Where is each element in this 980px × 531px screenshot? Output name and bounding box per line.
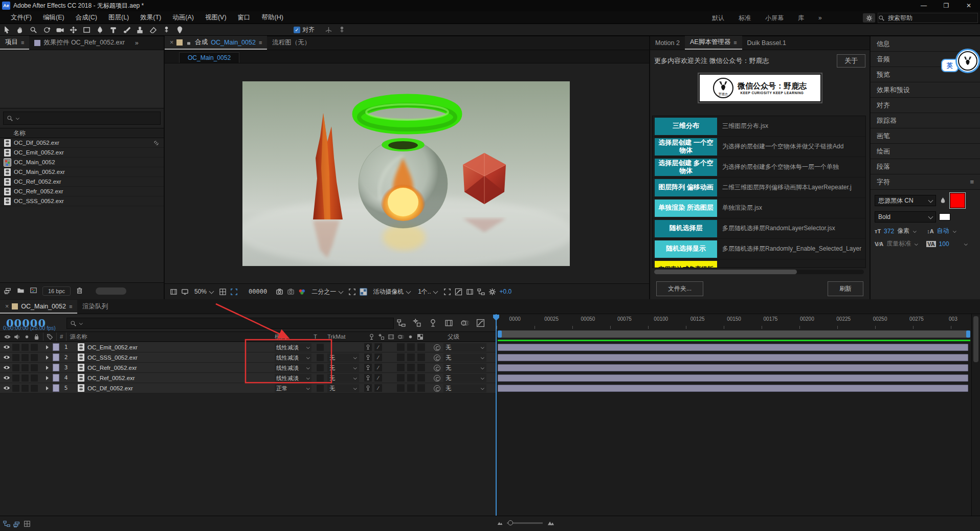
layer-label-chip[interactable] <box>53 374 59 382</box>
layer-source-name[interactable]: OC_Emit_0052.exr <box>87 344 138 350</box>
timeline-button-icon[interactable] <box>466 288 474 296</box>
axis-mode-icon[interactable] <box>322 25 335 35</box>
panel-menu-icon[interactable]: ≡ <box>69 303 72 309</box>
parent-pickwhip-icon[interactable] <box>434 365 440 371</box>
snapshot-icon[interactable] <box>276 288 283 296</box>
quality-switch[interactable] <box>364 353 372 361</box>
layer-row[interactable]: 4 OC_Ref_0052.exr 线性减淡 无 ∕ <box>0 373 496 383</box>
layer-duration-bar[interactable] <box>498 344 968 351</box>
script-run-button[interactable]: 随机选择层 <box>655 220 717 237</box>
tool-icon[interactable] <box>80 25 93 35</box>
work-area-start-handle[interactable] <box>498 330 502 338</box>
composition-canvas[interactable] <box>242 81 570 266</box>
transparency-grid-icon[interactable] <box>360 288 367 296</box>
audio-cell[interactable] <box>12 354 19 361</box>
tool-icon[interactable] <box>27 25 40 35</box>
expand-arrow-icon[interactable] <box>46 345 49 349</box>
timeline-vertical-scrollbar[interactable] <box>971 314 980 516</box>
script-run-button[interactable]: 单独渲染 所选图层 <box>655 200 717 217</box>
solo-cell[interactable] <box>21 364 29 371</box>
script-run-button[interactable]: 实用表达式集高级版 <box>655 261 717 269</box>
preserve-transparency-cell[interactable] <box>317 374 324 382</box>
motion-blur-icon[interactable] <box>460 319 469 327</box>
script-run-button[interactable]: 随机选择显示 <box>655 240 717 258</box>
preserve-transparency-cell[interactable] <box>317 354 324 361</box>
motion-blur-switch[interactable] <box>407 364 415 371</box>
lock-cell[interactable] <box>31 344 38 351</box>
parent-dropdown[interactable]: 无 <box>443 364 486 372</box>
viewer-subtab[interactable]: OC_Main_0052 <box>179 52 239 63</box>
script-run-button[interactable]: 选择层创建 多个空物体 <box>655 159 717 176</box>
font-size-value[interactable]: 372 <box>884 228 894 235</box>
resolution-dropdown[interactable]: 二分之一 <box>309 286 345 297</box>
transform-pane-icon[interactable] <box>24 520 31 527</box>
motion-blur-switch[interactable] <box>407 353 415 361</box>
project-item-row[interactable]: OC_Main_0052.exr <box>0 167 164 177</box>
eyedropper-icon[interactable] <box>939 197 947 205</box>
panel-menu-icon[interactable]: ≡ <box>259 39 262 46</box>
audio-cell[interactable] <box>12 385 19 392</box>
layer-row[interactable]: 5 OC_Dif_0052.exr 正常 无 ∕ <box>0 383 496 393</box>
close-button[interactable]: ✕ <box>957 0 980 11</box>
workspace-gear-icon[interactable] <box>863 13 875 23</box>
menu-item[interactable]: 合成(C) <box>70 13 103 22</box>
frame-blend-switch[interactable] <box>397 364 405 371</box>
layer-source-name[interactable]: OC_Refr_0052.exr <box>87 365 137 371</box>
folder-button[interactable]: 文件夹... <box>656 281 703 296</box>
font-family-dropdown[interactable]: 思源黑体 CN <box>875 195 936 206</box>
timeline-search-box[interactable] <box>66 318 394 329</box>
frame-blend-switch[interactable] <box>397 374 405 382</box>
search-options-chevron[interactable] <box>16 117 19 120</box>
threed-switch[interactable] <box>417 343 425 351</box>
zoom-slider-knob[interactable] <box>508 520 513 525</box>
parent-dropdown[interactable]: 无 <box>443 374 486 382</box>
blend-mode-dropdown[interactable]: 线性减淡 <box>275 374 311 382</box>
zoom-slider[interactable] <box>507 522 543 524</box>
timeline-track-area[interactable]: 0000000250005000075001000012500150001750… <box>496 314 980 516</box>
preserve-transparency-cell[interactable] <box>317 344 324 351</box>
layer-visibility-icon[interactable] <box>3 365 10 370</box>
view-layout-dropdown[interactable]: 1个.. <box>416 286 439 297</box>
motion-blur-switch[interactable] <box>407 374 415 382</box>
tab-motion2[interactable]: Motion 2 <box>650 36 685 50</box>
mode-column[interactable]: 模式 <box>275 333 286 341</box>
parent-column[interactable]: 父级 <box>448 333 459 341</box>
threed-switch[interactable] <box>417 353 425 361</box>
trkmat-dropdown[interactable]: 无 <box>327 364 359 372</box>
menu-item[interactable]: 效果(T) <box>135 13 167 22</box>
frame-blend-icon[interactable] <box>444 319 453 327</box>
source-name-column[interactable]: 源名称 <box>70 333 87 341</box>
tool-icon[interactable] <box>53 25 66 35</box>
pixel-aspect-icon[interactable] <box>443 288 451 296</box>
tab-duik[interactable]: Duik Bassel.1 <box>742 36 791 50</box>
tool-icon[interactable] <box>133 25 146 35</box>
parent-dropdown[interactable]: 无 <box>443 353 486 362</box>
rasterize-switch[interactable]: ∕ <box>374 364 382 371</box>
trkmat-dropdown[interactable]: 无 <box>327 384 359 392</box>
tool-icon[interactable] <box>0 25 13 35</box>
layer-source-name[interactable]: OC_Ref_0052.exr <box>87 375 135 381</box>
new-composition-icon[interactable] <box>30 286 37 296</box>
menu-item[interactable]: 视图(V) <box>199 13 232 22</box>
trkmat-dropdown[interactable]: 无 <box>327 374 359 382</box>
expand-arrow-icon[interactable] <box>46 356 49 360</box>
project-item-row[interactable]: OC_Dif_0052.exr <box>0 138 164 148</box>
menu-item[interactable]: 编辑(E) <box>37 13 70 22</box>
panel-menu-icon[interactable]: ≡ <box>21 39 24 46</box>
expand-arrow-icon[interactable] <box>46 386 49 390</box>
panel-menu-icon[interactable]: ≡ <box>733 39 737 46</box>
blend-mode-dropdown[interactable]: 线性减淡 <box>275 364 311 372</box>
tab-timeline-comp[interactable]: × OC_Main_0052 ≡ <box>0 300 77 314</box>
workspace-tab[interactable]: 库 <box>791 14 811 23</box>
region-of-interest-icon[interactable] <box>348 288 356 296</box>
layer-duration-bar[interactable] <box>498 374 968 382</box>
comp-flowchart-icon[interactable] <box>477 288 485 296</box>
lock-icon[interactable] <box>186 39 192 46</box>
project-list-header[interactable]: 名称 <box>0 128 164 138</box>
project-item-row[interactable]: OC_Ref_0052.exr <box>0 177 164 187</box>
quality-switch[interactable] <box>364 384 372 392</box>
project-item-row[interactable]: OC_Main_0052 <box>0 158 164 167</box>
playhead-marker[interactable] <box>493 314 500 321</box>
tool-icon[interactable] <box>40 25 53 35</box>
current-time[interactable]: 00000 <box>249 288 267 295</box>
